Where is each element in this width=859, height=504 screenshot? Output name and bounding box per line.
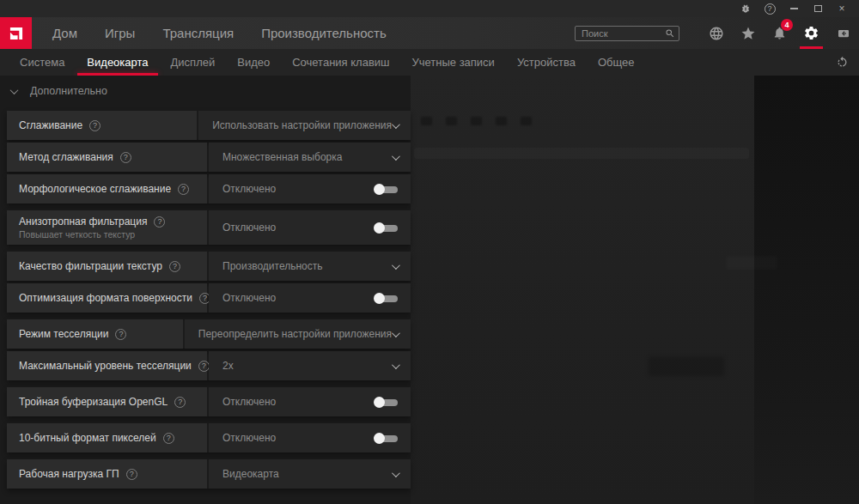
dropdown-value: Множественная выборка [222, 151, 392, 163]
dropdown[interactable]: Производительность [209, 252, 411, 281]
globe-icon[interactable] [700, 17, 732, 49]
tab-display[interactable]: Дисплей [160, 49, 227, 76]
chevron-down-icon [392, 469, 400, 477]
main-navbar: Дом Игры Трансляция Производительность 4 [0, 17, 859, 49]
dropdown-value: 2x [222, 360, 392, 372]
background-blur-band [414, 148, 749, 159]
dropdown-value: Видеокарта [222, 468, 392, 480]
setting-row-opengl-triple-buffering: Тройная буферизация OpenGL ? Отключено [7, 387, 411, 416]
section-title: Дополнительно [30, 85, 107, 97]
toggle-state-label: Отключено [222, 432, 374, 444]
tab-accounts[interactable]: Учетные записи [400, 49, 505, 76]
app-window: ? × Дом Игры Трансляция Производительнос… [0, 0, 859, 504]
toggle-switch-off[interactable] [374, 184, 398, 195]
bug-report-icon[interactable] [734, 0, 758, 17]
toggle-switch-off[interactable] [374, 397, 398, 408]
setting-label: Тройная буферизация OpenGL [19, 396, 168, 408]
chevron-down-icon [392, 120, 400, 129]
setting-row-max-tessellation-level: Максимальный уровень тесселяции ? 2x [7, 351, 411, 380]
dropdown[interactable]: Видеокарта [209, 459, 411, 489]
setting-sublabel: Повышает четкость текстур [19, 229, 207, 240]
nav-item-streaming[interactable]: Трансляция [149, 17, 247, 49]
chevron-down-icon [392, 261, 400, 270]
toggle-switch-off[interactable] [374, 293, 398, 304]
help-icon[interactable]: ? [758, 0, 782, 17]
setting-row-surface-format-optimization: Оптимизация формата поверхности ? Отключ… [7, 283, 411, 313]
nav-item-performance[interactable]: Производительность [247, 17, 400, 49]
minimize-button[interactable] [782, 0, 806, 17]
chevron-down-icon [10, 86, 19, 94]
setting-label: Качество фильтрации текстур [19, 260, 162, 272]
settings-rows: Сглаживание ? Использовать настройки при… [7, 111, 411, 489]
dropdown-value: Использовать настройки приложения [212, 119, 392, 131]
setting-row-antialiasing: Сглаживание ? Использовать настройки при… [7, 111, 411, 140]
main-nav-items: Дом Игры Трансляция Производительность [39, 17, 400, 49]
tab-hotkeys[interactable]: Сочетания клавиш [281, 49, 400, 76]
dropdown-value: Производительность [222, 260, 392, 272]
setting-row-anisotropic-filtering: Анизотропная фильтрация ? Повышает четко… [7, 210, 411, 245]
background-blur-shape [649, 357, 724, 376]
setting-label: Максимальный уровень тесселяции [19, 360, 192, 372]
setting-label: 10-битный формат пикселей [19, 432, 156, 444]
chevron-down-icon [392, 152, 400, 161]
setting-row-texture-filtering-quality: Качество фильтрации текстур ? Производит… [7, 252, 411, 281]
close-button[interactable]: × [830, 0, 854, 17]
dropdown[interactable]: Множественная выборка [209, 143, 411, 172]
setting-row-antialiasing-method: Метод сглаживания ? Множественная выборк… [7, 143, 411, 172]
help-circle-icon[interactable]: ? [174, 397, 186, 408]
tab-graphics[interactable]: Видеокарта [76, 49, 159, 76]
dropdown[interactable]: Переопределить настройки приложения [185, 319, 411, 349]
help-circle-icon[interactable]: ? [169, 261, 180, 272]
chevron-down-icon [392, 361, 400, 369]
titlebar: ? × [0, 0, 859, 17]
search-input[interactable] [576, 28, 665, 39]
setting-row-10bit-pixel-format: 10-битный формат пикселей ? Отключено [7, 423, 411, 452]
bell-icon[interactable]: 4 [764, 17, 795, 49]
setting-label: Оптимизация формата поверхности [19, 292, 192, 304]
toggle-state-label: Отключено [222, 183, 374, 195]
section-advanced[interactable]: Дополнительно [11, 82, 859, 100]
dropdown-value: Переопределить настройки приложения [198, 328, 392, 340]
setting-row-morphological-aa: Морфологическое сглаживание ? Отключено [7, 174, 411, 203]
star-icon[interactable] [732, 17, 764, 49]
chevron-down-icon [392, 329, 400, 337]
search-box [575, 26, 679, 41]
setting-label: Рабочая нагрузка ГП [19, 468, 119, 480]
maximize-button[interactable] [806, 0, 830, 17]
setting-label: Анизотропная фильтрация [19, 216, 147, 228]
gear-icon[interactable] [795, 17, 827, 49]
help-circle-icon[interactable]: ? [115, 329, 126, 340]
collapse-panel-icon[interactable] [827, 17, 859, 49]
amd-logo[interactable] [0, 17, 32, 49]
tab-system[interactable]: Система [9, 49, 76, 76]
reset-defaults-icon[interactable] [825, 49, 859, 76]
help-circle-icon[interactable]: ? [120, 152, 131, 163]
nav-item-games[interactable]: Игры [91, 17, 149, 49]
navbar-icon-buttons: 4 [700, 17, 859, 49]
search-icon [665, 28, 675, 39]
setting-row-tessellation-mode: Режим тесселяции ? Переопределить настро… [7, 319, 411, 349]
toggle-switch-off[interactable] [374, 222, 398, 234]
background-dark-edge [754, 76, 859, 504]
help-circle-icon[interactable]: ? [154, 216, 165, 228]
toggle-switch-off[interactable] [374, 433, 398, 444]
background-blur-dots [421, 117, 532, 125]
background-blur-shape [726, 256, 777, 270]
help-circle-icon[interactable]: ? [198, 361, 210, 372]
tab-devices[interactable]: Устройства [506, 49, 587, 76]
tab-general[interactable]: Общее [587, 49, 646, 76]
background-blur-panel [411, 76, 754, 504]
nav-item-home[interactable]: Дом [39, 17, 91, 49]
help-circle-icon[interactable]: ? [126, 469, 137, 480]
setting-row-gpu-workload: Рабочая нагрузка ГП ? Видеокарта [7, 459, 411, 489]
setting-label: Режим тесселяции [19, 328, 108, 340]
settings-tabbar: Система Видеокарта Дисплей Видео Сочетан… [0, 49, 859, 76]
help-circle-icon[interactable]: ? [163, 433, 174, 444]
toggle-state-label: Отключено [222, 222, 374, 234]
dropdown[interactable]: 2x [209, 351, 411, 380]
help-circle-icon[interactable]: ? [89, 120, 101, 131]
help-circle-icon[interactable]: ? [178, 184, 189, 195]
dropdown[interactable]: Использовать настройки приложения [198, 111, 411, 140]
tab-video[interactable]: Видео [226, 49, 281, 76]
setting-label: Морфологическое сглаживание [19, 183, 171, 195]
